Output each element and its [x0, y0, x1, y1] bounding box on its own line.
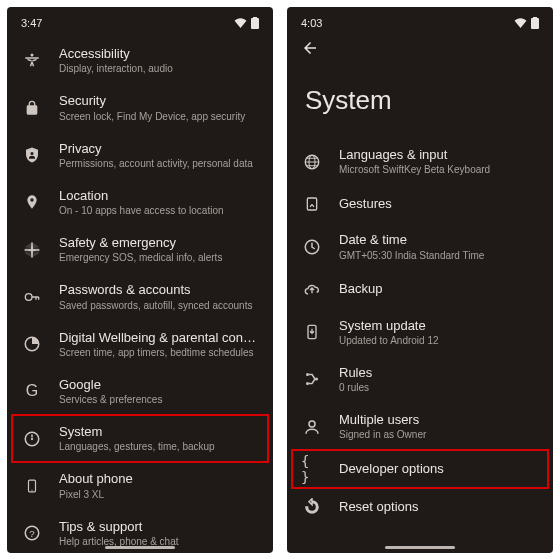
accessibility-icon: [21, 50, 43, 72]
update-icon: [301, 321, 323, 343]
row-title: Multiple users: [339, 412, 539, 428]
row-subtitle: Languages, gestures, time, backup: [59, 440, 259, 453]
settings-row-system[interactable]: SystemLanguages, gestures, time, backup: [7, 415, 273, 462]
status-time: 4:03: [301, 17, 322, 29]
row-subtitle: Pixel 3 XL: [59, 488, 259, 501]
row-title: Security: [59, 93, 259, 109]
row-title: Developer options: [339, 461, 539, 477]
settings-row-reset-options[interactable]: Reset options: [287, 488, 553, 526]
row-title: Privacy: [59, 141, 259, 157]
tips-icon: ?: [21, 522, 43, 544]
home-indicator[interactable]: [105, 546, 175, 549]
battery-icon: [251, 17, 259, 29]
settings-row-system-update[interactable]: System updateUpdated to Android 12: [287, 309, 553, 356]
settings-row-multiple-users[interactable]: Multiple usersSigned in as Owner: [287, 403, 553, 450]
settings-row-security[interactable]: SecurityScreen lock, Find My Device, app…: [7, 84, 273, 131]
row-title: Languages & input: [339, 147, 539, 163]
passwords-icon: [21, 286, 43, 308]
row-subtitle: Microsoft SwiftKey Beta Keyboard: [339, 163, 539, 176]
system-list[interactable]: Languages & inputMicrosoft SwiftKey Beta…: [287, 136, 553, 553]
row-title: Tips & support: [59, 519, 259, 535]
back-button[interactable]: [287, 35, 553, 61]
wifi-icon: [514, 18, 527, 28]
row-subtitle: Permissions, account activity, personal …: [59, 157, 259, 170]
privacy-icon: [21, 144, 43, 166]
settings-row-passwords-accounts[interactable]: Passwords & accountsSaved passwords, aut…: [7, 273, 273, 320]
svg-point-1: [31, 152, 34, 155]
settings-row-privacy[interactable]: PrivacyPermissions, account activity, pe…: [7, 132, 273, 179]
row-title: System: [59, 424, 259, 440]
settings-row-languages-input[interactable]: Languages & inputMicrosoft SwiftKey Beta…: [287, 138, 553, 185]
settings-row-gestures[interactable]: Gestures: [287, 185, 553, 223]
gestures-icon: [301, 193, 323, 215]
svg-point-18: [315, 378, 318, 381]
settings-list[interactable]: AccessibilityDisplay, interaction, audio…: [7, 35, 273, 553]
about-icon: [21, 475, 43, 497]
svg-point-2: [25, 294, 32, 301]
row-title: Google: [59, 377, 259, 393]
svg-rect-6: [31, 434, 33, 437]
status-time: 3:47: [21, 17, 42, 29]
system-icon: [21, 428, 43, 450]
rules-icon: [301, 368, 323, 390]
row-title: System update: [339, 318, 539, 334]
settings-row-date-time[interactable]: Date & timeGMT+05:30 India Standard Time: [287, 223, 553, 270]
settings-row-about-phone[interactable]: About phonePixel 3 XL: [7, 462, 273, 509]
settings-row-developer-options[interactable]: { }Developer options: [287, 450, 553, 488]
row-subtitle: Services & preferences: [59, 393, 259, 406]
row-subtitle: Updated to Android 12: [339, 334, 539, 347]
row-subtitle: 0 rules: [339, 381, 539, 394]
settings-row-rules[interactable]: Rules0 rules: [287, 356, 553, 403]
settings-row-safety-emergency[interactable]: Safety & emergencyEmergency SOS, medical…: [7, 226, 273, 273]
row-subtitle: On - 10 apps have access to location: [59, 204, 259, 217]
row-subtitle: Screen lock, Find My Device, app securit…: [59, 110, 259, 123]
row-title: Rules: [339, 365, 539, 381]
settings-row-location[interactable]: LocationOn - 10 apps have access to loca…: [7, 179, 273, 226]
row-subtitle: Display, interaction, audio: [59, 62, 259, 75]
svg-point-19: [309, 421, 315, 427]
location-icon: [21, 191, 43, 213]
battery-icon: [531, 17, 539, 29]
reset-icon: [301, 496, 323, 518]
row-subtitle: Signed in as Owner: [339, 428, 539, 441]
settings-row-backup[interactable]: Backup: [287, 271, 553, 309]
google-icon: G: [21, 380, 43, 402]
svg-point-5: [31, 438, 33, 440]
dev-icon: { }: [301, 458, 323, 480]
row-title: Digital Wellbeing & parental controls: [59, 330, 259, 346]
wifi-icon: [234, 18, 247, 28]
backup-icon: [301, 279, 323, 301]
row-title: Location: [59, 188, 259, 204]
row-title: Reset options: [339, 499, 539, 515]
row-title: Backup: [339, 281, 539, 297]
svg-point-17: [306, 382, 309, 385]
settings-row-digital-wellbeing-parental-controls[interactable]: Digital Wellbeing & parental controlsScr…: [7, 321, 273, 368]
settings-row-google[interactable]: GGoogleServices & preferences: [7, 368, 273, 415]
safety-icon: [21, 239, 43, 261]
home-indicator[interactable]: [385, 546, 455, 549]
row-title: Gestures: [339, 196, 539, 212]
status-icons: [514, 17, 539, 29]
settings-row-accessibility[interactable]: AccessibilityDisplay, interaction, audio: [7, 37, 273, 84]
row-title: Safety & emergency: [59, 235, 259, 251]
users-icon: [301, 416, 323, 438]
svg-point-0: [31, 53, 34, 56]
row-title: About phone: [59, 471, 259, 487]
row-subtitle: Saved passwords, autofill, synced accoun…: [59, 299, 259, 312]
status-icons: [234, 17, 259, 29]
wellbeing-icon: [21, 333, 43, 355]
svg-point-16: [306, 373, 309, 376]
clock-icon: [301, 236, 323, 258]
row-title: Accessibility: [59, 46, 259, 62]
status-bar: 3:47: [7, 7, 273, 35]
svg-point-8: [31, 489, 32, 490]
row-subtitle: Emergency SOS, medical info, alerts: [59, 251, 259, 264]
page-title: System: [287, 61, 553, 136]
row-subtitle: Screen time, app timers, bedtime schedul…: [59, 346, 259, 359]
row-subtitle: GMT+05:30 India Standard Time: [339, 249, 539, 262]
status-bar: 4:03: [287, 7, 553, 35]
arrow-back-icon: [301, 39, 319, 57]
system-settings-screen: 4:03 System Languages & inputMicrosoft S…: [287, 7, 553, 553]
row-title: Date & time: [339, 232, 539, 248]
lang-icon: [301, 151, 323, 173]
